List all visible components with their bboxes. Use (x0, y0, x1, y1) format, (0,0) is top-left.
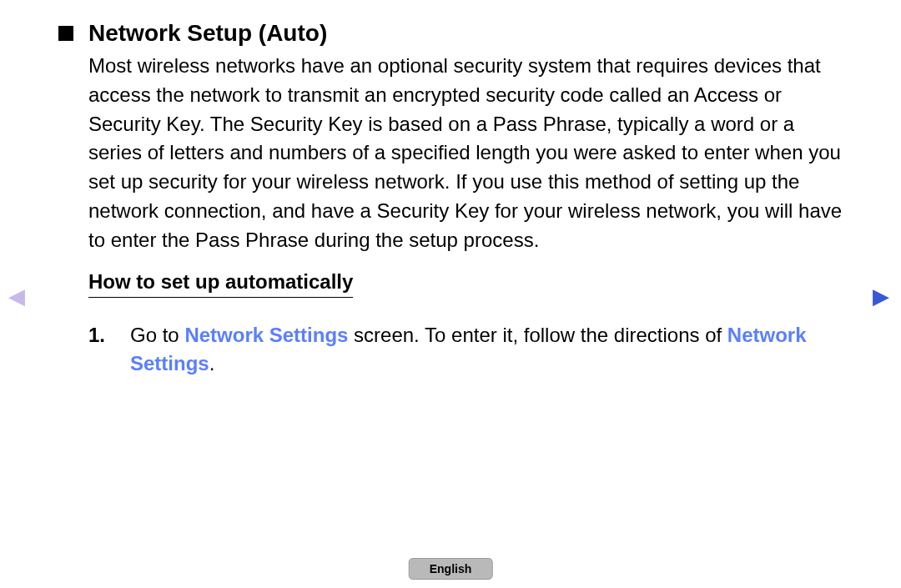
step-text-part: . (209, 352, 215, 374)
step-number: 1. (88, 321, 130, 379)
language-button[interactable]: English (409, 558, 493, 580)
step-row: 1. Go to Network Settings screen. To ent… (88, 321, 834, 379)
network-settings-link[interactable]: Network Settings (184, 324, 348, 346)
step-text-part: screen. To enter it, follow the directio… (348, 324, 727, 346)
section-heading: Network Setup (Auto) (88, 20, 327, 47)
section-heading-row: Network Setup (Auto) (58, 20, 851, 47)
manual-page: Network Setup (Auto) Most wireless netwo… (0, 0, 901, 588)
step-text: Go to Network Settings screen. To enter … (130, 321, 834, 379)
next-page-arrow-icon[interactable]: ▶ (873, 284, 889, 309)
section-body-paragraph: Most wireless networks have an optional … (88, 52, 843, 255)
subsection-heading: How to set up automatically (88, 270, 353, 298)
prev-page-arrow-icon[interactable]: ◀ (8, 284, 25, 309)
bullet-square-icon (58, 26, 73, 41)
step-text-part: Go to (130, 324, 184, 346)
